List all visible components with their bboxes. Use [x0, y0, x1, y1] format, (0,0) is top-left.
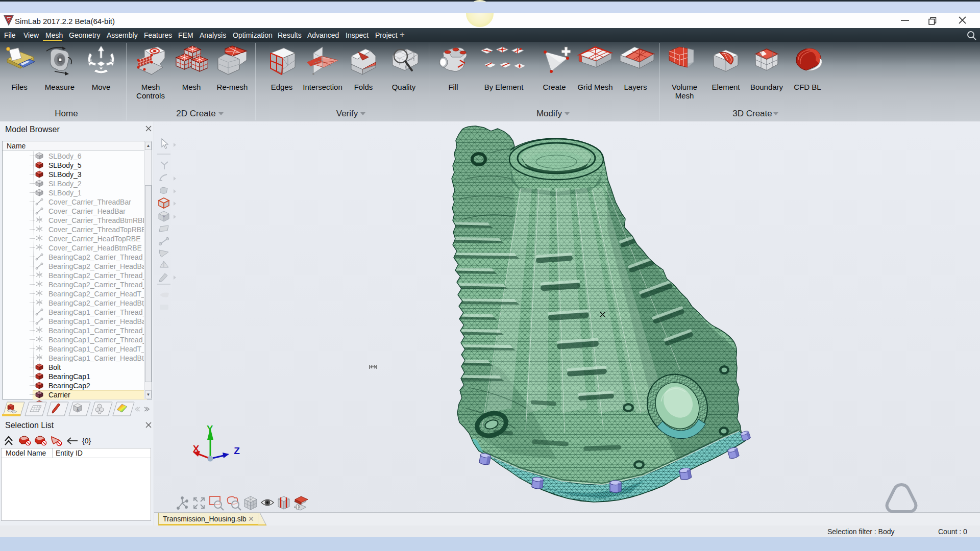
svg-text:Y: Y: [207, 423, 213, 434]
svg-text:X: X: [193, 443, 200, 454]
svg-text:Z: Z: [234, 445, 240, 456]
